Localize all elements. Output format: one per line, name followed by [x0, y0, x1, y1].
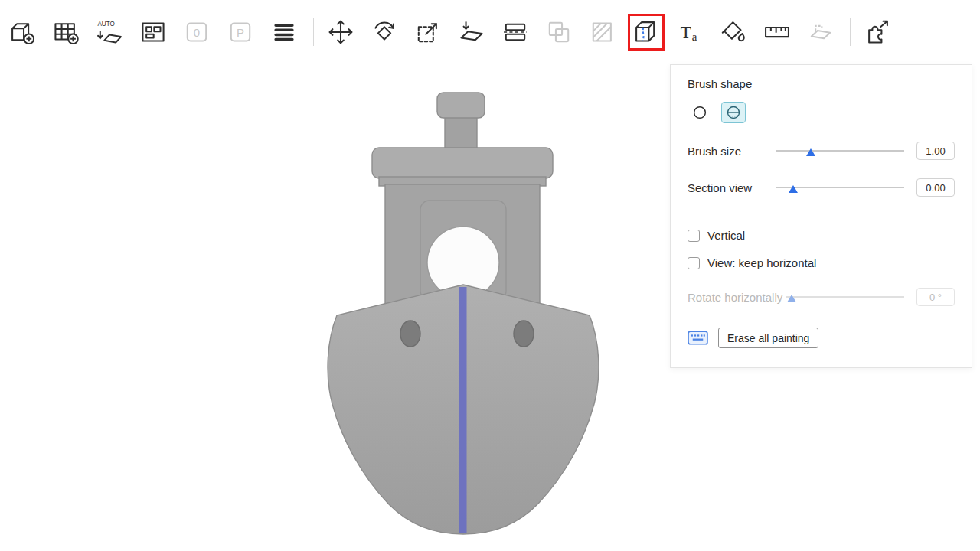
benchy-chimney-cap	[437, 93, 485, 118]
measure-icon	[763, 18, 792, 47]
assembly-icon	[806, 18, 835, 47]
sphere-brush-icon	[725, 104, 742, 121]
mesh-boolean-icon	[544, 18, 573, 47]
tool-color-painting-button[interactable]	[717, 16, 750, 48]
keep-horizontal-row: View: keep horizontal	[688, 256, 955, 269]
brush-size-slider[interactable]	[776, 145, 904, 156]
rotate-horizontally-row: Rotate horizontally	[688, 288, 955, 306]
seam-painting-panel: Brush shape Brush size Section view Vert…	[670, 64, 972, 368]
move-icon	[326, 18, 355, 47]
brush-shape-options	[688, 102, 955, 123]
arrange-icon	[139, 18, 168, 47]
section-view-row: Section view	[688, 178, 955, 197]
keep-horizontal-label: View: keep horizontal	[707, 256, 816, 269]
benchy-porthole-left	[400, 321, 420, 347]
brush-size-slider-track	[776, 150, 904, 152]
main-toolbar: AUTO0PTa	[0, 0, 980, 64]
svg-text:T: T	[681, 22, 691, 42]
tool-variable-layer-height-button[interactable]	[268, 16, 300, 48]
brush-size-slider-thumb[interactable]	[806, 148, 815, 156]
tool-scale-button[interactable]	[412, 16, 444, 48]
brush-size-input[interactable]	[916, 142, 955, 160]
tool-assembly-view-button[interactable]	[861, 16, 893, 48]
tool-mesh-boolean-button	[543, 16, 575, 48]
keyboard-shortcuts-button[interactable]	[688, 330, 708, 346]
rotate-horizontally-slider-track	[786, 296, 904, 298]
split-to-objects-icon: 0	[182, 18, 211, 47]
split-to-parts-icon: P	[226, 18, 255, 47]
brush-size-row: Brush size	[688, 142, 955, 160]
svg-text:a: a	[692, 31, 697, 43]
tool-support-painting-button	[586, 16, 619, 48]
brush-size-label: Brush size	[688, 145, 776, 158]
support-painting-icon	[588, 18, 617, 47]
color-painting-icon	[719, 18, 748, 47]
tool-text-button[interactable]: Ta	[674, 16, 706, 48]
flatten-icon	[457, 18, 486, 47]
cut-icon	[501, 18, 530, 47]
tool-rotate-button[interactable]	[368, 16, 400, 48]
section-view-slider[interactable]	[776, 182, 904, 193]
benchy-porthole-right	[514, 321, 534, 347]
add-plate-icon	[51, 18, 80, 47]
rotate-horizontally-label: Rotate horizontally	[688, 291, 782, 304]
toolbar-divider	[850, 18, 851, 46]
tool-split-to-objects-button: 0	[181, 16, 213, 48]
tool-flatten-button[interactable]	[456, 16, 488, 48]
vertical-row: Vertical	[688, 229, 955, 242]
seam-painting-icon	[632, 18, 661, 47]
auto-orient-icon: AUTO	[95, 18, 124, 47]
vertical-label: Vertical	[707, 229, 745, 242]
rotate-horizontally-slider-thumb	[787, 295, 796, 302]
assembly-view-icon	[863, 18, 892, 47]
svg-text:P: P	[237, 26, 244, 39]
vertical-checkbox[interactable]	[688, 230, 700, 242]
benchy-roof	[372, 148, 553, 178]
variable-layer-height-icon	[270, 18, 299, 47]
toolbar-divider	[313, 18, 314, 46]
circle-brush-icon	[691, 104, 708, 121]
tool-add-button[interactable]	[6, 16, 38, 48]
tool-add-plate-button[interactable]	[50, 16, 82, 48]
tool-arrange-button[interactable]	[137, 16, 169, 48]
keep-horizontal-checkbox[interactable]	[688, 257, 700, 269]
section-view-slider-thumb[interactable]	[789, 185, 798, 193]
add-icon	[8, 18, 37, 47]
tool-split-to-parts-button: P	[224, 16, 256, 48]
brush-shape-option-sphere[interactable]	[721, 102, 746, 123]
tool-seam-painting-button[interactable]	[630, 16, 662, 48]
tool-measure-button[interactable]	[761, 16, 793, 48]
tool-move-button[interactable]	[325, 16, 357, 48]
brush-shape-label: Brush shape	[688, 77, 955, 90]
text-icon: Ta	[675, 18, 704, 47]
tool-cut-button[interactable]	[499, 16, 531, 48]
keyboard-icon	[688, 330, 708, 346]
brush-shape-option-circle[interactable]	[688, 102, 712, 123]
tool-auto-orient-button[interactable]: AUTO	[93, 16, 126, 48]
section-view-label: Section view	[688, 181, 776, 194]
rotate-horizontally-slider	[786, 292, 904, 302]
rotate-icon	[370, 18, 399, 47]
panel-actions: Erase all painting	[688, 328, 955, 348]
rotate-horizontally-input	[916, 288, 955, 306]
erase-all-painting-button[interactable]: Erase all painting	[718, 328, 818, 348]
tool-assembly-button	[805, 16, 837, 48]
svg-text:0: 0	[194, 26, 200, 39]
scale-icon	[413, 18, 443, 47]
section-view-input[interactable]	[916, 178, 955, 197]
panel-divider	[688, 214, 955, 214]
svg-text:AUTO: AUTO	[97, 21, 114, 28]
